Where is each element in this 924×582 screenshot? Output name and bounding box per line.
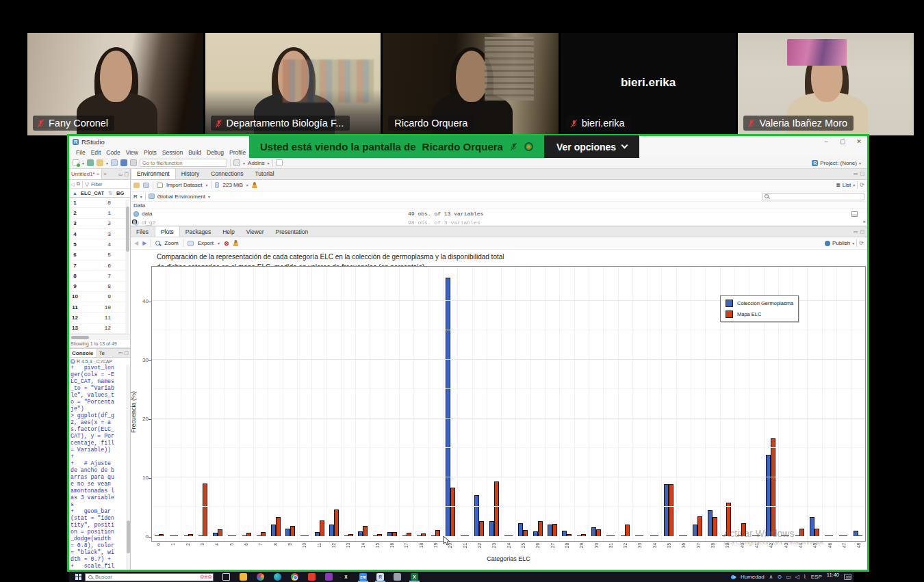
minimize-button[interactable]: – [818,138,834,145]
remove-plot-icon[interactable]: ⊗ [224,240,229,247]
tab-viewer[interactable]: Viewer [241,226,270,237]
list-view-button[interactable]: List [843,182,851,188]
minimize-pane-icon[interactable]: ▭ [854,229,858,235]
microphone-icon[interactable]: ⌇ [804,574,806,580]
tab-history[interactable]: History [176,169,205,179]
new-file-icon[interactable] [73,159,79,166]
table-row[interactable]: 76 [69,261,130,271]
maximize-pane-icon[interactable]: ▢ [860,229,864,235]
rstudio-icon[interactable]: R [372,572,389,582]
volume-icon[interactable]: ◁ [795,574,799,580]
next-plot-icon[interactable]: ▶ [142,240,146,246]
tab-plots[interactable]: Plots [155,226,180,237]
tab-connections[interactable]: Connections [205,169,249,179]
table-row[interactable]: 32 [69,219,130,229]
table-row[interactable]: 1211 [69,313,130,323]
x-app-icon[interactable]: X [337,572,355,582]
tab-console[interactable]: Console [69,349,97,357]
menu-profile[interactable]: Profile [227,149,248,156]
filter-icon[interactable]: ▽ [85,181,89,187]
column-bg[interactable]: BG [114,190,130,196]
zoom-plot-button[interactable]: Zoom [164,240,178,246]
save-icon[interactable] [143,183,149,188]
workspace-panes-icon[interactable] [233,159,240,166]
table-row[interactable]: 87 [69,271,130,281]
grid-vscrollbar[interactable] [125,200,129,334]
table-row[interactable]: 43 [69,229,130,239]
menu-debug[interactable]: Debug [204,149,227,156]
maximize-pane-icon[interactable]: ▢ [124,350,129,356]
copy-icon[interactable]: ⧉ [77,181,80,187]
tab-overflow-icon[interactable]: » [102,171,106,177]
tab-environment[interactable]: Environment [131,169,176,179]
view-table-icon[interactable] [851,211,858,217]
menu-file[interactable]: File [73,149,88,156]
tab-files[interactable]: Files [131,226,155,237]
view-options-button[interactable]: Ver opciones [544,135,639,158]
environment-hscrollbar[interactable] [132,220,137,224]
goto-file-input[interactable] [140,159,227,167]
scroll-right-icon[interactable]: ▸ [863,219,866,224]
table-row[interactable]: 1312 [69,323,130,334]
table-row[interactable]: 21 [69,208,130,218]
save-all-icon[interactable] [120,159,127,166]
tab-presentation[interactable]: Presentation [270,226,315,237]
tab-help[interactable]: Help [217,226,240,237]
language-selector[interactable]: R [133,194,138,200]
minimize-pane-icon[interactable]: ▭ [118,172,123,177]
close-button[interactable]: ✕ [851,138,867,145]
minimize-pane-icon[interactable]: ▭ [854,171,858,176]
environment-object-row[interactable]: df_g2 98 obs. of 3 variables [131,218,867,227]
zoom-icon[interactable]: zm [355,572,372,582]
menu-view[interactable]: View [123,149,141,156]
language-indicator[interactable]: ESP [811,574,822,580]
chevron-up-icon[interactable]: ∧ [769,574,773,580]
menu-edit[interactable]: Edit [88,149,104,156]
status-icon[interactable]: ⊙ [777,574,782,580]
tab-tutorial[interactable]: Tutorial [249,169,280,179]
table-row[interactable]: 65 [69,250,130,261]
table-row[interactable]: 1110 [69,302,130,313]
excel-icon[interactable]: X [406,572,423,582]
video-tile-departamento[interactable]: Departamento Biología F... [205,33,381,135]
environment-scope-selector[interactable]: Global Environment [157,194,205,200]
video-tile-fany[interactable]: Fany Coronel [27,33,203,135]
project-selector[interactable]: R Project: (None) ▾ [812,160,864,166]
file-explorer-icon[interactable] [235,572,252,582]
back-icon[interactable]: ◁ [70,181,75,187]
table-row[interactable]: 98 [69,282,130,292]
edge-icon[interactable] [269,572,286,582]
previous-plot-icon[interactable]: ◀ [134,240,138,246]
gray-app-icon[interactable] [389,572,406,582]
refresh-icon[interactable]: ⟳ [859,240,864,246]
maximize-pane-icon[interactable]: ▢ [124,172,129,177]
table-row[interactable]: 10 [69,198,130,208]
export-plot-button[interactable]: Export [198,240,214,246]
menu-build[interactable]: Build [185,149,204,156]
sort-arrows-icon[interactable]: ⇅ [108,190,112,196]
tab-untitled1[interactable]: Untitled1* × [69,169,102,179]
table-row[interactable]: 54 [69,239,130,250]
taskbar-clock[interactable]: 11:40 [827,572,839,582]
grid-hscrollbar[interactable] [69,334,130,340]
notifications-icon[interactable] [844,574,851,580]
task-view-icon[interactable] [218,572,235,582]
column-elc-cat[interactable]: ELC_CAT [81,190,104,196]
video-tile-ricardo[interactable]: Ricardo Orquera [383,33,559,135]
clear-objects-icon[interactable] [252,182,257,188]
start-button[interactable] [71,572,85,582]
weather-widget[interactable]: Humedad [741,574,765,580]
opera-icon[interactable] [303,572,320,582]
tab-terminal[interactable]: Te [97,350,105,356]
table-row[interactable]: 109 [69,292,130,302]
publish-button[interactable]: Publish [832,240,850,246]
search-input[interactable] [95,574,210,580]
menu-code[interactable]: Code [103,149,123,156]
addins-menu[interactable]: Addins [248,160,264,166]
tab-packages[interactable]: Packages [180,226,217,237]
close-tab-icon[interactable]: × [97,171,100,177]
open-icon[interactable] [133,183,140,188]
maximize-pane-icon[interactable]: ▢ [860,171,864,176]
new-project-icon[interactable] [87,159,94,166]
clear-plots-icon[interactable] [233,240,238,246]
